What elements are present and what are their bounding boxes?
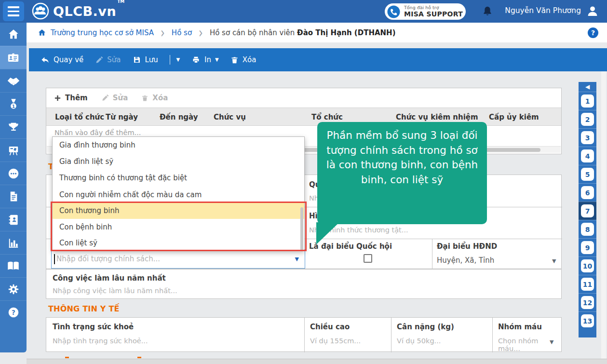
page-nav-item-1[interactable]: 1 — [579, 92, 596, 110]
sidebar-item-seniority[interactable]: 1 — [0, 92, 27, 115]
page-nav-item-2[interactable]: 2 — [579, 110, 596, 128]
callout-text: Phần mềm bổ sung 3 loại đối tượng chính … — [326, 129, 478, 186]
print-button[interactable]: In ▼ — [191, 55, 219, 65]
top-header: QLCB.vnTM Tổng đài hỗ trợ MISA SUPPORT N… — [0, 0, 607, 23]
save-icon — [133, 55, 141, 64]
logo-people-icon — [32, 2, 49, 20]
sidebar-item-home[interactable] — [0, 23, 27, 46]
document-icon — [7, 190, 19, 202]
qlcb-app: { "icons": { "caret_down": "▼", "collaps… — [0, 0, 607, 364]
phone-icon — [387, 5, 400, 18]
home-icon[interactable] — [37, 28, 47, 38]
policy-dropdown-caret[interactable]: ▼ — [295, 256, 299, 262]
logo-tm: TM — [117, 0, 124, 4]
page-nav-item-8[interactable]: 8 — [579, 220, 596, 238]
dropdown-scrollbar-thumb[interactable] — [300, 207, 303, 252]
home-icon — [7, 28, 20, 40]
height-placeholder[interactable]: Ví dụ 155cm... — [310, 337, 361, 345]
sidebar-item-awards[interactable] — [0, 115, 27, 138]
longest-job-label: Công việc làm lâu năm nhất — [53, 274, 166, 283]
vertical-scroll-track[interactable] — [601, 71, 606, 359]
support-line1: Tổng đài hỗ trợ — [404, 5, 463, 10]
dropdown-option[interactable]: Con bệnh binh — [53, 219, 304, 235]
sidebar-item-documents[interactable] — [0, 185, 27, 208]
medical-section-header: THÔNG TIN Y TẾ — [48, 304, 120, 313]
column-header: Tổ chức — [311, 113, 343, 121]
clipped-text-fragment — [65, 357, 69, 358]
sidebar-item-training[interactable] — [0, 138, 27, 162]
back-button[interactable]: Quay về — [40, 55, 83, 65]
longest-job-placeholder[interactable]: Nhập công việc làm lâu năm nhất... — [53, 287, 177, 295]
page-nav-item-13[interactable]: 13 — [579, 311, 596, 330]
dropdown-option-highlighted[interactable]: Con thương binh — [53, 203, 304, 219]
page-nav-item-12[interactable]: 12 — [579, 293, 596, 311]
congress-delegate-checkbox[interactable] — [364, 254, 372, 263]
page-nav-item-9[interactable]: 9 — [579, 238, 596, 256]
sidebar-item-contracts[interactable] — [0, 69, 27, 92]
dropdown-option[interactable]: Con liệt sỹ — [53, 235, 304, 251]
sidebar-item-more[interactable] — [0, 162, 27, 185]
grid-delete-button[interactable]: Xóa — [141, 94, 168, 102]
printer-icon — [191, 55, 201, 65]
sidebar-item-settings[interactable] — [0, 277, 27, 300]
more-circle-icon — [7, 167, 20, 180]
back-arrow-icon — [40, 55, 50, 65]
page-nav-item-6[interactable]: 6 — [579, 183, 596, 202]
print-dropdown-caret[interactable]: ▼ — [215, 57, 219, 62]
column-header: Từ ngày — [106, 113, 138, 121]
dropdown-option[interactable]: Gia đình liệt sỹ — [53, 153, 304, 170]
sidebar-item-directory[interactable] — [0, 208, 27, 231]
page-nav-item-3[interactable]: 3 — [579, 128, 596, 147]
handshake-icon — [7, 74, 20, 88]
council-dropdown-caret[interactable]: ▼ — [552, 258, 556, 264]
blood-type-caret[interactable]: ▼ — [550, 339, 553, 345]
bottom-scrollbar[interactable] — [27, 359, 607, 364]
breadcrumb-school-link[interactable]: Trường trung học cơ sở MISA — [51, 28, 154, 37]
weight-placeholder[interactable]: Ví dụ 50kg... — [397, 337, 441, 345]
breadcrumb: Trường trung học cơ sở MISA › Hồ sơ › Hồ… — [27, 23, 607, 42]
dropdown-option[interactable]: Gia đình thương binh — [53, 137, 304, 153]
column-header: Cấp ủy kiêm — [489, 113, 539, 121]
user-name[interactable]: Nguyễn Văn Phương — [505, 6, 581, 15]
policy-combobox-input[interactable]: Nhập đối tượng chính sách... ▼ — [51, 249, 305, 269]
edit-button[interactable]: Sửa — [95, 55, 121, 64]
hamburger-menu-button[interactable] — [3, 1, 24, 21]
grid-edit-button[interactable]: Sửa — [101, 94, 128, 102]
sidebar-item-help[interactable]: ? — [0, 300, 27, 324]
health-placeholder[interactable]: Nhập tình trạng sức khoẻ... — [53, 337, 148, 345]
height-label: Chiều cao — [310, 323, 350, 331]
council-delegate-label: Đại biểu HĐND — [437, 242, 497, 251]
sidebar-item-profile[interactable] — [0, 46, 27, 69]
council-delegate-value[interactable]: Huyện, Xã, Tỉnh — [437, 256, 494, 265]
collapse-panel-arrow[interactable]: ◀ — [579, 82, 596, 92]
sidebar-item-library[interactable] — [0, 254, 27, 277]
sidebar-item-reports[interactable] — [0, 231, 27, 254]
form-divider — [432, 239, 432, 270]
form-divider — [391, 318, 391, 352]
dropdown-option[interactable]: Thương binh có thương tật đặc biệt — [53, 170, 304, 186]
address-book-icon — [7, 214, 20, 226]
left-sidebar: 1 — [0, 23, 27, 352]
misa-support-button[interactable]: Tổng đài hỗ trợ MISA SUPPORT — [385, 3, 466, 20]
user-avatar-icon[interactable] — [586, 4, 599, 18]
page-nav-item-4[interactable]: 4 — [579, 147, 596, 165]
save-dropdown-caret[interactable]: ▼ — [176, 57, 180, 62]
page-nav-item-7-active[interactable]: 7 — [579, 202, 596, 220]
save-button[interactable]: Lưu — [133, 55, 158, 64]
notification-bell-icon[interactable] — [481, 5, 494, 17]
breadcrumb-current: Hồ sơ cán bộ nhân viên Đào Thị Hạnh (DTH… — [210, 28, 396, 37]
column-header: Chức vụ — [214, 113, 246, 121]
breadcrumb-separator: › — [161, 24, 165, 41]
breadcrumb-section-link[interactable]: Hồ sơ — [172, 28, 192, 37]
dropdown-option[interactable]: Con người nhiễm chất độc màu da cam — [53, 187, 304, 203]
help-icon[interactable]: ? — [588, 27, 598, 38]
column-header: Loại tổ chức — [55, 113, 104, 121]
callout-tail — [316, 222, 339, 244]
page-nav-item-5[interactable]: 5 — [579, 165, 596, 183]
support-line2: MISA SUPPORT — [404, 11, 463, 18]
page-nav-item-10[interactable]: 10 — [579, 256, 596, 275]
grid-add-button[interactable]: Thêm — [54, 94, 88, 102]
delete-button[interactable]: Xóa — [230, 55, 256, 64]
medical-box: Tình trạng sức khoẻ Nhập tình trạng sức … — [46, 317, 562, 352]
page-nav-item-11[interactable]: 11 — [579, 275, 596, 293]
